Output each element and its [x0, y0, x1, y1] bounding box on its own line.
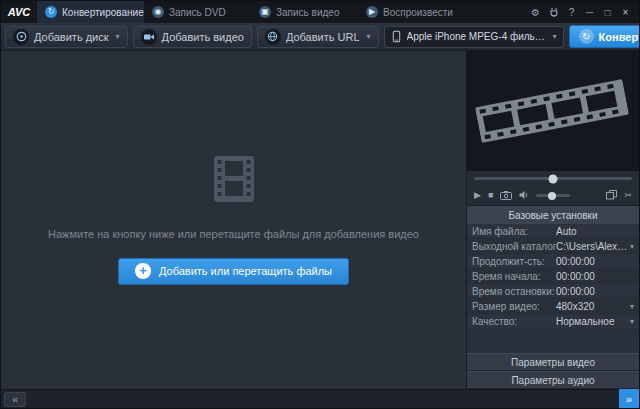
content: Нажмите на кнопку ниже или перетащите фа…	[1, 51, 639, 389]
collapse-left-button[interactable]: «	[4, 392, 26, 407]
filename-value[interactable]: Auto	[556, 226, 634, 237]
minimize-button[interactable]: ─	[581, 4, 598, 20]
chevron-down-icon[interactable]: ▾	[628, 242, 634, 251]
setting-row-video-size: Размер видео: 480x320 ▾	[467, 299, 639, 314]
tab-label: Воспроизвести	[383, 7, 453, 18]
output-dir-value[interactable]: C:\Users\Alex\Videos\A...	[556, 241, 628, 252]
tab-convert[interactable]: ↻ Конвертирование	[37, 1, 144, 23]
tab-label: Запись DVD	[169, 7, 226, 18]
video-params-button[interactable]: Параметры видео	[467, 353, 639, 371]
camera-icon	[500, 191, 512, 200]
snapshot-button[interactable]	[500, 190, 512, 202]
add-disc-label: Добавить диск	[34, 31, 109, 43]
tab-play[interactable]: ▶ Воспроизвести	[358, 1, 465, 23]
plus-icon: +	[135, 263, 151, 279]
volume-thumb[interactable]	[548, 192, 556, 200]
chevron-down-icon: ▾	[553, 32, 557, 41]
add-video-button[interactable]: Добавить видео	[133, 26, 252, 48]
plug-icon	[549, 7, 559, 17]
plugin-button[interactable]	[545, 4, 562, 20]
tab-label: Конвертирование	[62, 7, 144, 18]
maximize-button[interactable]: □	[599, 4, 616, 20]
compare-windows-icon	[606, 190, 617, 200]
chevron-down-icon: ▾	[116, 32, 120, 41]
stop-time-value[interactable]: 00:00:00	[556, 286, 634, 297]
video-size-value[interactable]: 480x320	[556, 301, 628, 312]
expand-right-button[interactable]: »	[619, 389, 639, 409]
add-files-label: Добавить или перетащить файлы	[159, 265, 332, 277]
globe-icon	[265, 29, 281, 45]
add-video-label: Добавить видео	[162, 31, 244, 43]
convert-label: Конвертировать!	[599, 31, 640, 43]
app-window: AVC ↻ Конвертирование ◉ Запись DVD ▣ Зап…	[0, 0, 640, 409]
clip-button[interactable]: ✂	[624, 191, 632, 200]
filmstrip-graphic	[473, 69, 631, 153]
playback-controls: ▶ ■	[467, 186, 639, 206]
convert-icon: ↻	[579, 29, 594, 44]
volume-slider[interactable]	[536, 194, 570, 197]
play-icon: ▶	[366, 6, 378, 18]
convert-icon: ↻	[45, 6, 57, 18]
filmstrip-icon	[214, 156, 254, 202]
setting-row-filename: Имя файла: Auto	[467, 224, 639, 239]
chevron-down-icon[interactable]: ▾	[628, 317, 634, 326]
start-time-value[interactable]: 00:00:00	[556, 271, 634, 282]
play-button[interactable]: ▶	[474, 191, 481, 200]
drop-hint-text: Нажмите на кнопку ниже или перетащите фа…	[48, 228, 419, 240]
audio-params-button[interactable]: Параметры аудио	[467, 371, 639, 389]
main-tabs: ↻ Конвертирование ◉ Запись DVD ▣ Запись …	[37, 1, 465, 23]
toolbar: Добавить диск ▾ Добавить видео Добавить …	[1, 23, 639, 51]
app-logo: AVC	[1, 1, 37, 23]
compare-button[interactable]	[606, 190, 617, 202]
settings-gear-button[interactable]: ⚙	[527, 4, 544, 20]
tab-label: Запись видео	[276, 7, 339, 18]
chevron-down-icon[interactable]: ▾	[628, 302, 634, 311]
output-format-select[interactable]: Apple iPhone MPEG-4 фильм (*.mp4) ▾	[384, 26, 564, 48]
disc-add-icon	[13, 29, 29, 45]
disc-icon: ◉	[152, 6, 164, 18]
speaker-icon	[519, 190, 529, 200]
video-add-icon	[141, 29, 157, 45]
setting-row-duration: Продолжит-сть: 00:00:00	[467, 254, 639, 269]
window-controls: ⚙ ? ─ □ ×	[527, 1, 639, 23]
titlebar: AVC ↻ Конвертирование ◉ Запись DVD ▣ Зап…	[1, 1, 639, 23]
statusbar: « »	[1, 389, 639, 408]
add-files-button[interactable]: + Добавить или перетащить файлы	[118, 258, 349, 285]
setting-row-quality: Качество: Нормальное ▾	[467, 314, 639, 329]
close-button[interactable]: ×	[617, 4, 634, 20]
file-drop-zone[interactable]: Нажмите на кнопку ниже или перетащите фа…	[1, 51, 467, 389]
convert-button[interactable]: ↻ Конвертировать!	[569, 25, 640, 48]
screen-icon: ▣	[259, 6, 271, 18]
video-preview	[467, 51, 639, 171]
seek-thumb[interactable]	[549, 174, 558, 183]
basic-settings-header: Базовые установки	[467, 206, 639, 224]
setting-row-output-dir: Выходной каталог: C:\Users\Alex\Videos\A…	[467, 239, 639, 254]
phone-icon	[391, 30, 402, 43]
quality-value[interactable]: Нормальное	[556, 316, 628, 327]
add-disc-button[interactable]: Добавить диск ▾	[5, 26, 128, 48]
right-panel: ▶ ■	[467, 51, 639, 389]
duration-value[interactable]: 00:00:00	[556, 256, 634, 267]
mute-button[interactable]	[519, 190, 529, 202]
stop-button[interactable]: ■	[488, 191, 493, 200]
output-format-value: Apple iPhone MPEG-4 фильм (*.mp4)	[407, 31, 546, 42]
tab-record-video[interactable]: ▣ Запись видео	[251, 1, 358, 23]
chevron-down-icon: ▾	[367, 32, 371, 41]
seek-track[interactable]	[474, 177, 632, 180]
setting-row-stop-time: Время остановки: 00:00:00	[467, 284, 639, 299]
seek-bar[interactable]	[467, 171, 639, 186]
tab-burn-dvd[interactable]: ◉ Запись DVD	[144, 1, 251, 23]
add-url-label: Добавить URL	[286, 31, 360, 43]
setting-row-start-time: Время начала: 00:00:00	[467, 269, 639, 284]
add-url-button[interactable]: Добавить URL ▾	[257, 26, 379, 48]
help-button[interactable]: ?	[563, 4, 580, 20]
